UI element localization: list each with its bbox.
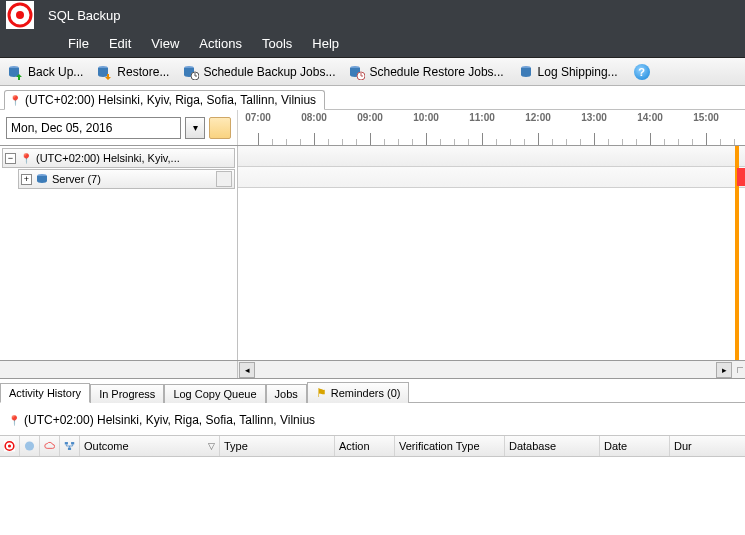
- database-icon: [36, 173, 48, 185]
- ruler-hour-label: 14:00: [637, 112, 663, 123]
- refresh-server-button[interactable]: [216, 171, 232, 187]
- pin-icon: 📍: [20, 153, 32, 164]
- tree-tz-label: (UTC+02:00) Helsinki, Kyiv,...: [36, 152, 232, 164]
- schedule-backup-button[interactable]: Schedule Backup Jobs...: [179, 62, 339, 82]
- menu-actions[interactable]: Actions: [199, 36, 242, 51]
- ruler-hour-label: 11:00: [469, 112, 495, 123]
- activity-grid-header: Outcome ▽ Type Action Verification Type …: [0, 435, 745, 457]
- restore-label: Restore...: [117, 65, 169, 79]
- tree-row-timezone[interactable]: − 📍 (UTC+02:00) Helsinki, Kyiv,...: [2, 148, 235, 168]
- bottom-tabs: Activity History In Progress Log Copy Qu…: [0, 379, 745, 403]
- tree-server-label: Server (7): [52, 173, 101, 185]
- date-ruler-row: ▾ 07:0008:0009:0010:0011:0012:0013:0014:…: [0, 110, 745, 146]
- svg-point-13: [8, 444, 11, 447]
- tab-reminders[interactable]: ⚑ Reminders (0): [307, 382, 410, 403]
- menu-help[interactable]: Help: [312, 36, 339, 51]
- time-ruler[interactable]: 07:0008:0009:0010:0011:0012:0013:0014:00…: [238, 110, 745, 145]
- timezone-tab-label: (UTC+02:00) Helsinki, Kyiv, Riga, Sofia,…: [25, 93, 316, 107]
- timeline-event[interactable]: [737, 168, 745, 186]
- menu-tools[interactable]: Tools: [262, 36, 292, 51]
- col-network-icon[interactable]: [60, 436, 80, 456]
- schedule-restore-label: Schedule Restore Jobs...: [369, 65, 503, 79]
- schedule-pane: − 📍 (UTC+02:00) Helsinki, Kyiv,... + Ser…: [0, 146, 745, 361]
- col-app-icon[interactable]: [0, 436, 20, 456]
- ruler-hour-label: 13:00: [581, 112, 607, 123]
- date-control: ▾: [0, 110, 238, 145]
- svg-point-14: [25, 441, 34, 450]
- ruler-hour-label: 09:00: [357, 112, 383, 123]
- expand-icon[interactable]: +: [21, 174, 32, 185]
- svg-rect-17: [68, 448, 71, 450]
- timezone-tab-row: 📍 (UTC+02:00) Helsinki, Kyiv, Riga, Sofi…: [0, 86, 745, 110]
- col-date[interactable]: Date: [600, 436, 670, 456]
- scroll-right-button[interactable]: ▸: [716, 362, 732, 378]
- ruler-hour-label: 15:00: [693, 112, 719, 123]
- tab-in-progress[interactable]: In Progress: [90, 384, 164, 403]
- toolbar: Back Up... Restore... Schedule Backup Jo…: [0, 58, 745, 86]
- collapse-icon[interactable]: −: [5, 153, 16, 164]
- col-server-icon[interactable]: [20, 436, 40, 456]
- schedule-restore-button[interactable]: Schedule Restore Jobs...: [345, 62, 507, 82]
- tab-log-copy-queue[interactable]: Log Copy Queue: [164, 384, 265, 403]
- schedule-backup-icon: [183, 64, 199, 80]
- activity-timezone-row: 📍 (UTC+02:00) Helsinki, Kyiv, Riga, Sofi…: [0, 403, 745, 435]
- timeline-body[interactable]: [238, 146, 745, 360]
- log-shipping-label: Log Shipping...: [538, 65, 618, 79]
- menu-bar: File Edit View Actions Tools Help: [0, 30, 745, 58]
- date-picker-button[interactable]: ▾: [185, 117, 205, 139]
- svg-rect-15: [65, 442, 68, 444]
- col-outcome[interactable]: Outcome ▽: [80, 436, 220, 456]
- calendar-dropdown-icon: ▾: [193, 122, 198, 133]
- menu-view[interactable]: View: [151, 36, 179, 51]
- log-shipping-button[interactable]: Log Shipping...: [514, 62, 622, 82]
- timeline-row: [238, 146, 745, 167]
- pin-icon: 📍: [8, 415, 20, 426]
- title-bar: SQL Backup: [0, 0, 745, 30]
- app-title: SQL Backup: [48, 8, 121, 23]
- server-tree: − 📍 (UTC+02:00) Helsinki, Kyiv,... + Ser…: [0, 146, 238, 360]
- schedule-restore-icon: [349, 64, 365, 80]
- app-logo-icon: [6, 1, 34, 29]
- sort-desc-icon: ▽: [208, 441, 215, 451]
- tree-row-server[interactable]: + Server (7): [18, 169, 235, 189]
- database-backup-icon: [8, 64, 24, 80]
- backup-button[interactable]: Back Up...: [4, 62, 87, 82]
- flag-icon: ⚑: [316, 386, 327, 400]
- col-cloud-icon[interactable]: [40, 436, 60, 456]
- activity-grid-body[interactable]: [0, 457, 745, 483]
- now-marker-button[interactable]: [209, 117, 231, 139]
- ruler-hour-label: 08:00: [301, 112, 327, 123]
- menu-edit[interactable]: Edit: [109, 36, 131, 51]
- timezone-tab[interactable]: 📍 (UTC+02:00) Helsinki, Kyiv, Riga, Sofi…: [4, 90, 325, 110]
- ruler-hour-label: 10:00: [413, 112, 439, 123]
- ruler-hour-label: 12:00: [525, 112, 551, 123]
- log-shipping-icon: [518, 64, 534, 80]
- scroll-left-button[interactable]: ◂: [239, 362, 255, 378]
- backup-label: Back Up...: [28, 65, 83, 79]
- svg-rect-16: [71, 442, 74, 444]
- tab-jobs[interactable]: Jobs: [266, 384, 307, 403]
- col-verification-type[interactable]: Verification Type: [395, 436, 505, 456]
- resize-grip-icon[interactable]: [737, 367, 743, 373]
- restore-button[interactable]: Restore...: [93, 62, 173, 82]
- activity-tz-label: (UTC+02:00) Helsinki, Kyiv, Riga, Sofia,…: [24, 413, 315, 427]
- menu-file[interactable]: File: [68, 36, 89, 51]
- help-icon[interactable]: ?: [634, 64, 650, 80]
- pin-icon: 📍: [9, 95, 21, 106]
- schedule-backup-label: Schedule Backup Jobs...: [203, 65, 335, 79]
- date-input[interactable]: [6, 117, 181, 139]
- timeline-scrollbar[interactable]: ◂ ▸: [0, 361, 745, 379]
- timeline-row: [238, 167, 745, 188]
- svg-point-2: [16, 11, 24, 19]
- col-action[interactable]: Action: [335, 436, 395, 456]
- ruler-hour-label: 07:00: [245, 112, 271, 123]
- col-type[interactable]: Type: [220, 436, 335, 456]
- tab-activity-history[interactable]: Activity History: [0, 383, 90, 403]
- col-database[interactable]: Database: [505, 436, 600, 456]
- database-restore-icon: [97, 64, 113, 80]
- col-duration[interactable]: Dur: [670, 436, 745, 456]
- activity-history-pane: 📍 (UTC+02:00) Helsinki, Kyiv, Riga, Sofi…: [0, 403, 745, 483]
